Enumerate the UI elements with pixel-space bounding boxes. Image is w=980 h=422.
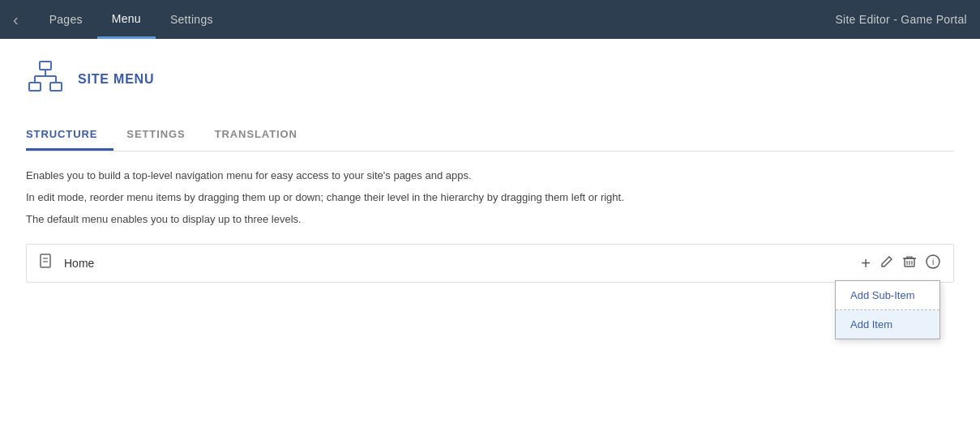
site-editor-title: Site Editor - Game Portal: [835, 13, 967, 26]
inner-tabs: STRUCTURE SETTINGS TRANSLATION: [26, 120, 954, 151]
page-icon: [40, 254, 54, 273]
svg-rect-7: [41, 254, 50, 267]
description-line3: The default menu enables you to display …: [26, 211, 954, 228]
description-line1: Enables you to build a top-level navigat…: [26, 168, 954, 185]
back-button[interactable]: ‹: [13, 11, 19, 29]
site-menu-icon: [26, 58, 65, 100]
tab-settings-inner[interactable]: SETTINGS: [126, 120, 201, 151]
tab-menu[interactable]: Menu: [97, 0, 156, 39]
info-icon[interactable]: i: [926, 254, 940, 272]
add-icon[interactable]: +: [861, 254, 871, 273]
site-menu-header: SITE MENU: [26, 58, 954, 100]
description-line2: In edit mode, reorder menu items by drag…: [26, 190, 954, 207]
add-sub-item-option[interactable]: Add Sub-Item: [836, 281, 939, 310]
svg-rect-1: [29, 83, 41, 91]
delete-icon[interactable]: [903, 255, 916, 271]
edit-icon[interactable]: [880, 255, 893, 271]
menu-item-actions: + i: [861, 254, 940, 273]
svg-rect-0: [40, 62, 51, 70]
add-item-option[interactable]: Add Item: [836, 310, 939, 339]
tab-structure[interactable]: STRUCTURE: [26, 120, 113, 151]
menu-item-row: Home + i: [26, 244, 954, 283]
site-menu-title: SITE MENU: [78, 72, 154, 87]
tab-settings[interactable]: Settings: [156, 0, 228, 39]
svg-rect-2: [50, 83, 62, 91]
svg-text:i: i: [932, 258, 934, 266]
menu-item-label: Home: [64, 257, 861, 270]
dropdown-popup: Add Sub-Item Add Item: [835, 280, 940, 339]
top-nav-tabs: Pages Menu Settings: [35, 0, 228, 39]
tab-translation[interactable]: TRANSLATION: [215, 120, 314, 151]
top-navigation: ‹ Pages Menu Settings Site Editor - Game…: [0, 0, 980, 39]
main-content: SITE MENU STRUCTURE SETTINGS TRANSLATION…: [0, 39, 980, 422]
tab-pages[interactable]: Pages: [35, 0, 97, 39]
